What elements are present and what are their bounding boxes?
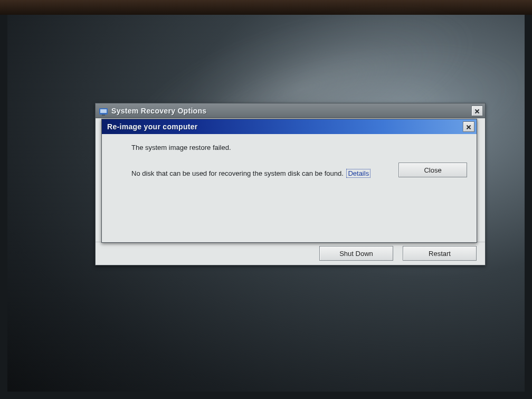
recovery-window-title: System Recovery Options xyxy=(111,107,206,115)
recovery-window-titlebar[interactable]: System Recovery Options xyxy=(96,103,485,118)
monitor-bezel-left xyxy=(0,15,7,399)
reimage-dialog: Re-image your computer The system image … xyxy=(101,119,477,243)
monitor-bezel-top xyxy=(0,0,532,15)
reimage-dialog-title: Re-image your computer xyxy=(107,122,198,131)
desktop-background: System Recovery Options Shut Down Restar… xyxy=(0,0,532,399)
svg-rect-2 xyxy=(102,115,105,116)
recovery-window-close-button[interactable] xyxy=(471,106,483,116)
reimage-dialog-close-icon[interactable] xyxy=(463,121,474,132)
details-link[interactable]: Details xyxy=(346,169,370,178)
monitor-bezel-bottom xyxy=(0,392,532,399)
reimage-dialog-body: The system image restore failed. No disk… xyxy=(102,134,477,185)
svg-rect-1 xyxy=(100,109,107,113)
restart-button[interactable]: Restart xyxy=(403,246,477,261)
error-message-primary: The system image restore failed. xyxy=(131,144,464,151)
shutdown-button[interactable]: Shut Down xyxy=(319,246,393,261)
reimage-dialog-titlebar[interactable]: Re-image your computer xyxy=(102,119,477,134)
close-button[interactable]: Close xyxy=(398,163,467,177)
recovery-window-icon xyxy=(99,106,108,116)
monitor-bezel-right xyxy=(525,15,532,399)
recovery-window-button-bar: Shut Down Restart xyxy=(96,242,485,265)
error-message-secondary-text: No disk that can be used for recovering … xyxy=(131,169,344,177)
